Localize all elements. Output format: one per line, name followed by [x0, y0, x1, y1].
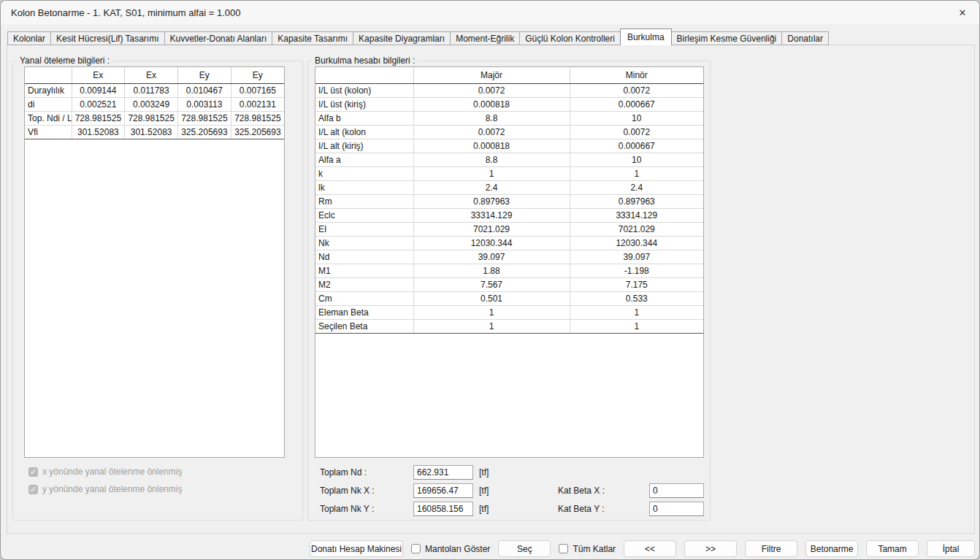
- table-row: Nd39.09739.097: [315, 250, 703, 264]
- lateral-drift-table: ExExEyEyDuraylılık0.0091440.0117830.0104…: [25, 67, 284, 139]
- buckling-table-area[interactable]: MajörMinörI/L üst (kolon)0.00720.0072I/L…: [315, 66, 704, 458]
- cell-value: 2.4: [570, 180, 703, 194]
- cell-value: 0.010467: [178, 83, 231, 97]
- table-row: Eclc33314.12933314.129: [315, 208, 703, 222]
- previous-button[interactable]: <<: [624, 540, 676, 557]
- tab-moment-e-rilik[interactable]: Moment-Eğrilik: [450, 31, 520, 45]
- cell-value: 0.000818: [413, 139, 570, 153]
- tab-kesit-h-cresi-lif-tasar-m[interactable]: Kesit Hücresi(Lif) Tasarımı: [50, 31, 164, 45]
- cell-value: 1: [570, 319, 703, 333]
- row-label: I/L üst (kolon): [315, 83, 413, 97]
- column-header: [25, 67, 72, 83]
- row-label: Alfa b: [315, 111, 413, 125]
- cell-value: 0.011783: [125, 83, 178, 97]
- cell-value: 33314.129: [570, 208, 703, 222]
- tamam-button[interactable]: Tamam: [866, 540, 919, 557]
- buckling-table: MajörMinörI/L üst (kolon)0.00720.0072I/L…: [315, 67, 703, 334]
- cell-value: 0.000667: [570, 97, 703, 111]
- cell-value: 1: [413, 166, 570, 180]
- close-icon: ✕: [959, 7, 967, 18]
- toplam-nk-y-unit: [tf]: [479, 504, 489, 514]
- table-row: k11: [315, 166, 703, 180]
- toplam-nk-y-input[interactable]: [413, 502, 473, 516]
- checkbox-label: x yönünde yanal ötelenme önlenmiş: [42, 467, 182, 477]
- tab-kapasite-tasar-m[interactable]: Kapasite Tasarımı: [272, 31, 353, 45]
- tab-strip: KolonlarKesit Hücresi(Lif) TasarımıKuvve…: [7, 31, 829, 45]
- mantolari-goster-checkbox[interactable]: Mantoları Göster: [411, 544, 490, 554]
- filtre-button[interactable]: Filtre: [745, 540, 797, 557]
- lateral-drift-table-area[interactable]: ExExEyEyDuraylılık0.0091440.0117830.0104…: [24, 66, 285, 458]
- cell-value: 7021.029: [570, 222, 703, 236]
- kat-beta-y-input[interactable]: [649, 502, 704, 516]
- cell-value: 7.567: [413, 277, 570, 291]
- donati-hesap-makinesi-button[interactable]: Donatı Hesap Makinesi: [310, 540, 403, 557]
- row-label: EI: [315, 222, 413, 236]
- tab-burkulma[interactable]: Burkulma: [620, 28, 672, 45]
- toplam-nd-input[interactable]: [413, 465, 473, 480]
- check-icon: ✓: [30, 468, 37, 476]
- cell-value: 12030.344: [570, 236, 703, 250]
- table-row: I/L üst (kolon)0.00720.0072: [315, 83, 703, 97]
- checkbox-label: y yönünde yanal ötelenme önlenmiş: [42, 484, 182, 494]
- table-row: Vfi301.52083301.52083325.205693325.20569…: [25, 125, 284, 139]
- row-label: M1: [315, 264, 413, 277]
- row-label: Eclc: [315, 208, 413, 222]
- kat-beta-x-input[interactable]: [649, 483, 704, 498]
- table-row: I/L alt (kiriş)0.0008180.000667: [315, 139, 703, 153]
- row-label: Alfa a: [315, 153, 413, 166]
- checkbox-unchecked-icon: [411, 544, 421, 553]
- tab-kolonlar[interactable]: Kolonlar: [7, 31, 51, 45]
- row-label: Cm: [315, 291, 413, 305]
- cell-value: 1: [413, 305, 570, 319]
- tab-kuvvetler-donat-alanlar[interactable]: Kuvvetler-Donatı Alanları: [164, 31, 273, 45]
- tab-birle-im-kesme-g-venli-i[interactable]: Birleşim Kesme Güvenliği: [671, 31, 783, 45]
- column-header: Minör: [570, 67, 703, 83]
- cell-value: 0.0072: [570, 125, 703, 139]
- cell-value: 0.000667: [570, 139, 703, 153]
- cell-value: 728.981525: [231, 111, 284, 125]
- cell-value: 2.4: [413, 180, 570, 194]
- cell-value: 0.002521: [72, 97, 125, 111]
- sec-button[interactable]: Seç: [498, 540, 551, 557]
- toplam-nk-y-label: Toplam Nk Y :: [320, 504, 413, 514]
- table-row: I/L alt (kolon0.00720.0072: [315, 125, 703, 139]
- cell-value: 0.0072: [413, 83, 570, 97]
- cell-value: 33314.129: [413, 208, 570, 222]
- cell-value: 10: [570, 111, 703, 125]
- cell-value: 39.097: [570, 250, 703, 264]
- checkbox-checked-icon: ✓: [28, 485, 38, 494]
- table-row: Rm0.8979630.897963: [315, 194, 703, 208]
- column-header: Ey: [178, 67, 231, 83]
- iptal-button[interactable]: İptal: [927, 540, 975, 557]
- tab-donat-lar[interactable]: Donatılar: [781, 31, 829, 45]
- tab-g-l-kolon-kontrolleri[interactable]: Güçlü Kolon Kontrolleri: [519, 31, 621, 45]
- window-title: Kolon Betonarme - 1. KAT, S01, minimum a…: [11, 7, 240, 18]
- lateral-drift-group-title: Yanal öteleme bilgileri :: [17, 55, 112, 66]
- table-row: Top. Ndi / Li728.981525728.981525728.981…: [25, 111, 284, 125]
- header-row: ExExEyEy: [25, 67, 284, 83]
- toplam-nk-x-input[interactable]: [413, 483, 473, 498]
- row-label: Seçilen Beta: [315, 319, 413, 333]
- table-row: Alfa a8.810: [315, 153, 703, 166]
- cell-value: 7021.029: [413, 222, 570, 236]
- check-icon: ✓: [30, 486, 37, 494]
- cell-value: 0.501: [413, 291, 570, 305]
- cell-value: 8.8: [413, 111, 570, 125]
- tab-kapasite-diyagramlar[interactable]: Kapasite Diyagramları: [353, 31, 451, 45]
- cell-value: 0.897963: [570, 194, 703, 208]
- row-label: lk: [315, 180, 413, 194]
- next-button[interactable]: >>: [684, 540, 737, 557]
- row-label: Duraylılık: [25, 83, 72, 97]
- toplam-nk-y-field: Toplam Nk Y : [tf]: [320, 502, 489, 516]
- cell-value: 7.175: [570, 277, 703, 291]
- row-label: M2: [315, 277, 413, 291]
- titlebar[interactable]: Kolon Betonarme - 1. KAT, S01, minimum a…: [1, 1, 979, 24]
- cell-value: 39.097: [413, 250, 570, 264]
- row-label: Eleman Beta: [315, 305, 413, 319]
- betonarme-button[interactable]: Betonarme: [805, 540, 858, 557]
- table-row: Eleman Beta11: [315, 305, 703, 319]
- close-button[interactable]: ✕: [946, 1, 979, 24]
- tum-katlar-checkbox[interactable]: Tüm Katlar: [559, 544, 616, 554]
- cell-value: 0.003113: [178, 97, 231, 111]
- cell-value: 0.003249: [125, 97, 178, 111]
